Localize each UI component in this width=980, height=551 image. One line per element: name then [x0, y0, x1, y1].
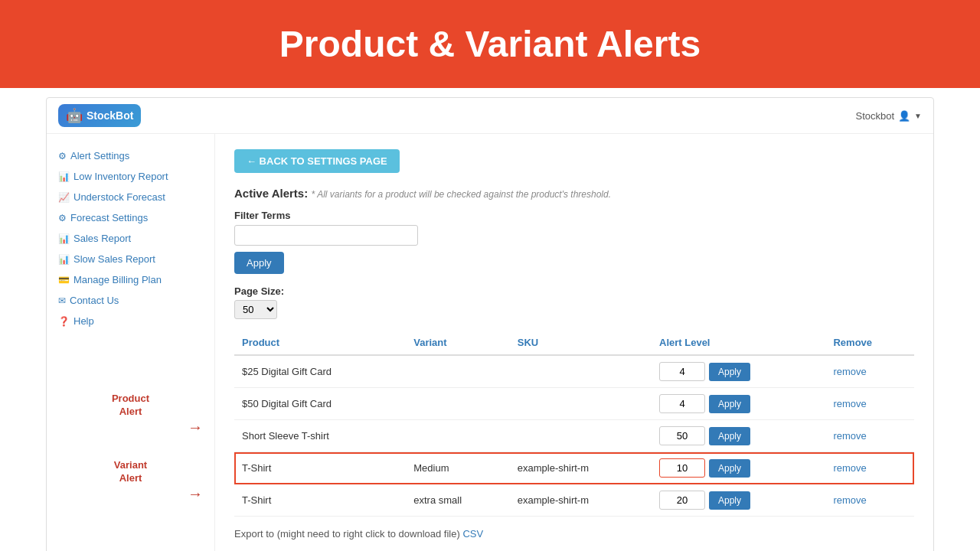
product-alert-arrow: →: [54, 419, 207, 436]
settings-icon: ⚙: [58, 151, 67, 161]
cell-sku: [510, 420, 652, 452]
user-icon: 👤: [898, 110, 910, 122]
sidebar-item-contact[interactable]: ✉ Contact Us: [47, 290, 214, 311]
cell-remove: remove: [825, 484, 914, 517]
logo-text: StockBot: [87, 109, 133, 122]
sales-report-link[interactable]: 📊 Sales Report: [58, 233, 203, 244]
table-row: Short Sleeve T-shirtApplyremove: [234, 420, 914, 452]
table-header-row: Product Variant SKU Alert Level Remove: [234, 331, 914, 355]
alert-level-input[interactable]: [659, 394, 705, 413]
remove-link[interactable]: remove: [833, 366, 866, 377]
remove-link[interactable]: remove: [833, 398, 866, 409]
remove-link[interactable]: remove: [833, 462, 866, 474]
cell-variant: [406, 420, 510, 452]
user-dropdown-icon: ▼: [914, 112, 922, 120]
cell-variant: extra small: [406, 484, 510, 517]
active-alerts-note: * All variants for a product will be che…: [312, 189, 611, 200]
hero-banner: Product & Variant Alerts: [0, 0, 980, 88]
cell-remove: remove: [825, 420, 914, 452]
cell-sku: [510, 355, 652, 388]
cell-variant: Medium: [406, 452, 510, 484]
billing-link[interactable]: 💳 Manage Billing Plan: [58, 274, 203, 285]
alert-settings-link[interactable]: ⚙ Alert Settings: [58, 150, 203, 161]
gear-icon: ⚙: [58, 213, 67, 223]
page-size-select[interactable]: 10 25 50 100: [234, 300, 277, 319]
sidebar-item-sales-report[interactable]: 📊 Sales Report: [47, 228, 214, 249]
sidebar-item-billing[interactable]: 💳 Manage Billing Plan: [47, 269, 214, 290]
cell-alert-level: Apply: [652, 355, 825, 388]
variant-alert-annotation: VariantAlert: [54, 459, 207, 485]
row-apply-button[interactable]: Apply: [709, 363, 750, 381]
col-variant: Variant: [406, 331, 510, 355]
remove-link[interactable]: remove: [833, 494, 866, 506]
table-row: $25 Digital Gift CardApplyremove: [234, 355, 914, 388]
email-icon: ✉: [58, 295, 66, 306]
bar-chart-icon: 📊: [58, 233, 70, 244]
alert-level-input[interactable]: [659, 458, 705, 478]
active-alerts-heading: Active Alerts: * All variants for a prod…: [234, 187, 914, 201]
cell-sku: example-shirt-m: [510, 484, 652, 517]
understock-link[interactable]: 📈 Understock Forecast: [58, 191, 203, 203]
cell-remove: remove: [825, 452, 914, 484]
slow-chart-icon: 📊: [58, 254, 70, 265]
cell-variant: [406, 388, 510, 420]
row-apply-button[interactable]: Apply: [709, 459, 750, 478]
row-apply-button[interactable]: Apply: [709, 395, 750, 413]
apply-filter-button[interactable]: Apply: [234, 252, 284, 274]
topbar-user[interactable]: Stockbot 👤 ▼: [856, 110, 923, 122]
cell-product: Short Sleeve T-shirt: [234, 420, 406, 452]
col-sku: SKU: [510, 331, 652, 355]
alerts-table: Product Variant SKU Alert Level Remove $…: [234, 331, 914, 517]
row-apply-button[interactable]: Apply: [709, 427, 750, 445]
cell-alert-level: Apply: [652, 388, 825, 420]
remove-link[interactable]: remove: [833, 430, 866, 442]
sidebar-item-slow-sales-report[interactable]: 📊 Slow Sales Report: [47, 249, 214, 269]
page-size-label: Page Size:: [234, 285, 914, 297]
cell-product: $50 Digital Gift Card: [234, 388, 406, 420]
filter-section: Filter Terms Apply: [234, 210, 914, 274]
chart-icon: 📊: [58, 171, 70, 182]
cell-variant: [406, 355, 510, 388]
table-row: T-ShirtMediumexample-shirt-mApplyremove: [234, 452, 914, 484]
logo-robot-icon: 🤖: [66, 107, 83, 124]
cell-product: $25 Digital Gift Card: [234, 355, 406, 388]
table-row: T-Shirtextra smallexample-shirt-mApplyre…: [234, 484, 914, 517]
help-link[interactable]: ❓ Help: [58, 315, 203, 327]
filter-label: Filter Terms: [234, 210, 914, 221]
billing-icon: 💳: [58, 275, 70, 285]
page-size-row: Page Size: 10 25 50 100: [234, 285, 914, 319]
alert-level-input[interactable]: [659, 491, 705, 510]
hero-title: Product & Variant Alerts: [15, 23, 965, 65]
cell-product: T-Shirt: [234, 484, 406, 517]
alert-level-input[interactable]: [659, 362, 705, 381]
slow-sales-report-link[interactable]: 📊 Slow Sales Report: [58, 253, 203, 265]
sidebar-item-alert-settings[interactable]: ⚙ Alert Settings: [47, 145, 214, 166]
sidebar-item-forecast-settings[interactable]: ⚙ Forecast Settings: [47, 207, 214, 228]
sidebar-item-understock[interactable]: 📈 Understock Forecast: [47, 187, 214, 207]
cell-sku: example-shirt-m: [510, 452, 652, 484]
forecast-icon: 📈: [58, 192, 70, 203]
row-apply-button[interactable]: Apply: [709, 491, 750, 510]
cell-sku: [510, 388, 652, 420]
app-body: ⚙ Alert Settings 📊 Low Inventory Report …: [47, 134, 933, 551]
back-to-settings-button[interactable]: ← BACK TO SETTINGS PAGE: [234, 149, 400, 173]
cell-alert-level: Apply: [652, 452, 825, 484]
contact-link[interactable]: ✉ Contact Us: [58, 295, 203, 306]
col-remove: Remove: [825, 331, 914, 355]
col-product: Product: [234, 331, 406, 355]
export-csv-link[interactable]: CSV: [462, 528, 483, 540]
cell-alert-level: Apply: [652, 484, 825, 517]
active-alerts-label: Active Alerts:: [234, 187, 308, 200]
stockbot-logo: 🤖 StockBot: [58, 104, 141, 127]
low-inventory-link[interactable]: 📊 Low Inventory Report: [58, 171, 203, 182]
product-alert-annotation: ProductAlert: [54, 393, 207, 419]
alert-level-input[interactable]: [659, 426, 705, 445]
filter-input[interactable]: [234, 225, 418, 246]
forecast-settings-link[interactable]: ⚙ Forecast Settings: [58, 212, 203, 223]
sidebar-item-help[interactable]: ❓ Help: [47, 311, 214, 331]
table-row: $50 Digital Gift CardApplyremove: [234, 388, 914, 420]
help-icon: ❓: [58, 316, 70, 327]
export-row: Export to (might need to right click to …: [234, 528, 914, 540]
variant-alert-arrow: →: [54, 485, 207, 503]
sidebar-item-low-inventory[interactable]: 📊 Low Inventory Report: [47, 166, 214, 187]
